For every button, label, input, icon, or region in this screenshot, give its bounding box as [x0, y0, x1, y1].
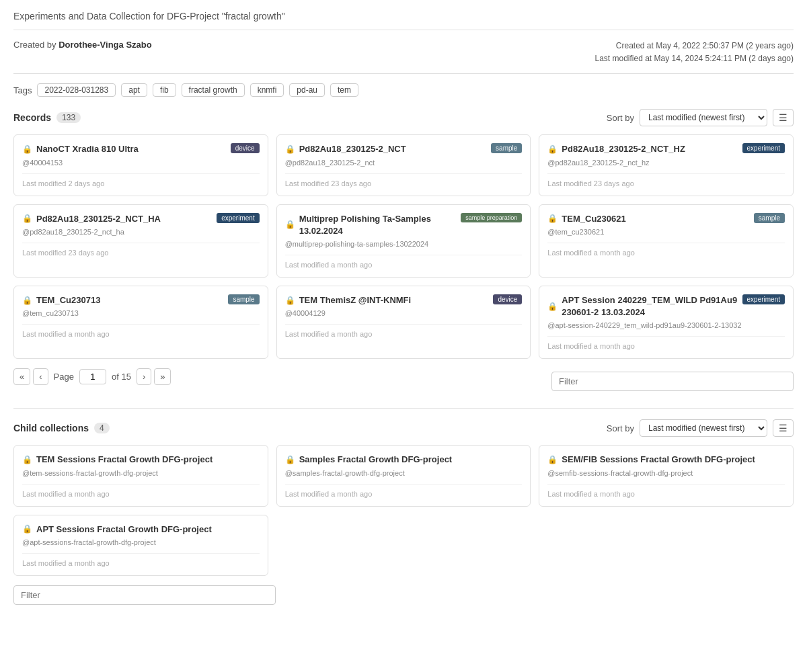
record-identifier: @pd82au18_230125-2_nct: [285, 159, 523, 167]
children-filter-input[interactable]: [13, 585, 276, 605]
records-sort-label: Sort by: [607, 113, 634, 123]
record-card-pd82au18-nct-ha[interactable]: 🔒 Pd82Au18_230125-2_NCT_HA experiment @p…: [13, 204, 268, 278]
lock-icon: 🔒: [547, 301, 558, 312]
lock-icon: 🔒: [547, 454, 558, 466]
record-title: TEM_Cu230713: [36, 294, 100, 306]
created-at: Created at May 4, 2022 2:50:37 PM (2 yea…: [594, 40, 794, 52]
record-identifier: @pd82au18_230125-2_nct_hz: [547, 159, 785, 167]
lock-icon: 🔒: [22, 454, 32, 466]
of-pages: of 15: [112, 372, 131, 382]
child-card-tem-sessions[interactable]: 🔒 TEM Sessions Fractal Growth DFG-projec…: [13, 445, 268, 506]
child-identifier: @samples-fractal-growth-dfg-project: [285, 469, 523, 477]
prev-page-button[interactable]: ‹: [33, 368, 48, 385]
lock-icon: 🔒: [547, 144, 558, 155]
records-list-view-button[interactable]: ☰: [773, 109, 794, 126]
record-modified: Last modified 2 days ago: [22, 173, 260, 187]
modified-at: Last modified at May 14, 2024 5:24:11 PM…: [594, 52, 794, 65]
type-badge: device: [493, 294, 522, 304]
page-input[interactable]: [79, 369, 106, 384]
tag-item[interactable]: fib: [153, 83, 176, 97]
tags-section: Tags 2022-028-031283 apt fib fractal gro…: [13, 83, 794, 97]
child-card-apt-sessions[interactable]: 🔒 APT Sessions Fractal Growth DFG-projec…: [13, 515, 268, 576]
children-header: Child collections 4 Sort by Last modifie…: [13, 419, 794, 437]
type-badge: experiment: [742, 143, 785, 153]
lock-icon: 🔒: [22, 144, 32, 155]
pagination: « ‹ Page of 15 › »: [13, 368, 171, 385]
lock-icon: 🔒: [285, 295, 295, 306]
child-title: APT Sessions Fractal Growth DFG-project: [36, 523, 212, 536]
children-count-badge: 4: [94, 423, 110, 433]
record-title: Pd82Au18_230125-2_NCT_HA: [36, 213, 161, 225]
record-identifier: @tem_cu230621: [547, 228, 785, 236]
record-card-tem-cu230621[interactable]: 🔒 TEM_Cu230621 sample @tem_cu230621 Last…: [539, 204, 794, 278]
child-title: Samples Fractal Growth DFG-project: [299, 454, 453, 466]
tag-item[interactable]: tem: [330, 83, 358, 97]
record-title: NanoCT Xradia 810 Ultra: [36, 143, 139, 155]
records-header: Records 133 Sort by Last modified (newes…: [13, 109, 794, 126]
record-card-pd82au18-nct-hz[interactable]: 🔒 Pd82Au18_230125-2_NCT_HZ experiment @p…: [539, 134, 794, 196]
child-card-semfib[interactable]: 🔒 SEM/FIB Sessions Fractal Growth DFG-pr…: [539, 445, 794, 506]
record-title: Pd82Au18_230125-2_NCT_HZ: [562, 143, 685, 155]
tag-item[interactable]: fractal growth: [182, 83, 245, 97]
last-page-button[interactable]: »: [154, 368, 171, 385]
child-modified: Last modified a month ago: [547, 484, 785, 498]
child-identifier: @semfib-sessions-fractal-growth-dfg-proj…: [547, 469, 785, 477]
record-title: APT Session 240229_TEM_WILD Pd91Au9 2306…: [562, 294, 742, 319]
children-sort-controls: Sort by Last modified (newest first) Las…: [607, 419, 794, 437]
children-filter-wrap: [13, 585, 276, 605]
type-badge: sample: [228, 294, 259, 304]
type-badge: sample: [754, 213, 785, 223]
lock-icon: 🔒: [285, 219, 295, 230]
author-name: Dorothee-Vinga Szabo: [59, 40, 151, 50]
child-identifier: @apt-sessions-fractal-growth-dfg-project: [22, 538, 260, 546]
record-modified: Last modified a month ago: [22, 324, 260, 338]
record-title: TEM_Cu230621: [562, 213, 625, 225]
records-sort-controls: Sort by Last modified (newest first) Las…: [607, 109, 794, 126]
record-card-multiprep[interactable]: 🔒 Multiprep Polishing Ta-Samples 13.02.2…: [276, 204, 531, 278]
children-row2: 🔒 APT Sessions Fractal Growth DFG-projec…: [13, 515, 794, 576]
type-badge: experiment: [742, 294, 785, 304]
type-badge: device: [231, 143, 260, 153]
timestamps: Created at May 4, 2022 2:50:37 PM (2 yea…: [594, 40, 794, 65]
pagination-row: « ‹ Page of 15 › »: [13, 368, 794, 394]
records-filter-input[interactable]: [551, 372, 794, 391]
next-page-button[interactable]: ›: [137, 368, 151, 385]
children-list-view-button[interactable]: ☰: [773, 419, 794, 437]
record-title: Multiprep Polishing Ta-Samples 13.02.202…: [299, 213, 461, 237]
child-title: SEM/FIB Sessions Fractal Growth DFG-proj…: [562, 454, 755, 466]
records-title: Records 133: [13, 112, 81, 123]
tag-item[interactable]: apt: [121, 83, 147, 97]
record-card-apt-session[interactable]: 🔒 APT Session 240229_TEM_WILD Pd91Au9 23…: [539, 286, 794, 359]
lock-icon: 🔒: [22, 213, 32, 224]
lock-icon: 🔒: [22, 523, 32, 535]
records-grid: 🔒 NanoCT Xradia 810 Ultra device @400041…: [13, 134, 794, 359]
record-card-tem-themisz[interactable]: 🔒 TEM ThemisZ @INT-KNMFi device @4000412…: [276, 286, 531, 359]
page-label: Page: [54, 372, 74, 382]
records-sort-select[interactable]: Last modified (newest first) Last modifi…: [640, 109, 767, 126]
record-title: Pd82Au18_230125-2_NCT: [299, 143, 406, 155]
tags-label: Tags: [13, 85, 32, 95]
children-title: Child collections 4: [13, 423, 110, 433]
tag-item[interactable]: knmfi: [250, 83, 284, 97]
record-modified: Last modified a month ago: [547, 243, 785, 257]
record-card-tem-cu230713[interactable]: 🔒 TEM_Cu230713 sample @tem_cu230713 Last…: [13, 286, 268, 359]
tag-item[interactable]: pd-au: [289, 83, 325, 97]
first-page-button[interactable]: «: [13, 368, 30, 385]
record-modified: Last modified a month ago: [285, 324, 523, 338]
record-card-naноct[interactable]: 🔒 NanoCT Xradia 810 Ultra device @400041…: [13, 134, 268, 196]
record-identifier: @pd82au18_230125-2_nct_ha: [22, 228, 260, 236]
child-modified: Last modified a month ago: [285, 484, 523, 498]
record-card-pd82au18-nct[interactable]: 🔒 Pd82Au18_230125-2_NCT sample @pd82au18…: [276, 134, 531, 196]
child-title: TEM Sessions Fractal Growth DFG-project: [36, 454, 213, 466]
type-badge: sample: [491, 143, 522, 153]
child-identifier: @tem-sessions-fractal-growth-dfg-project: [22, 469, 260, 477]
type-badge: sample preparation: [461, 213, 522, 222]
record-identifier: @apt-session-240229_tem_wild-pd91au9-230…: [547, 321, 785, 329]
child-card-samples[interactable]: 🔒 Samples Fractal Growth DFG-project @sa…: [276, 445, 531, 506]
lock-icon: 🔒: [22, 295, 32, 306]
record-identifier: @tem_cu230713: [22, 309, 260, 317]
children-sort-select[interactable]: Last modified (newest first) Last modifi…: [640, 419, 767, 437]
tag-item[interactable]: 2022-028-031283: [37, 83, 116, 97]
section-divider: [13, 408, 794, 409]
child-modified: Last modified a month ago: [22, 553, 260, 567]
